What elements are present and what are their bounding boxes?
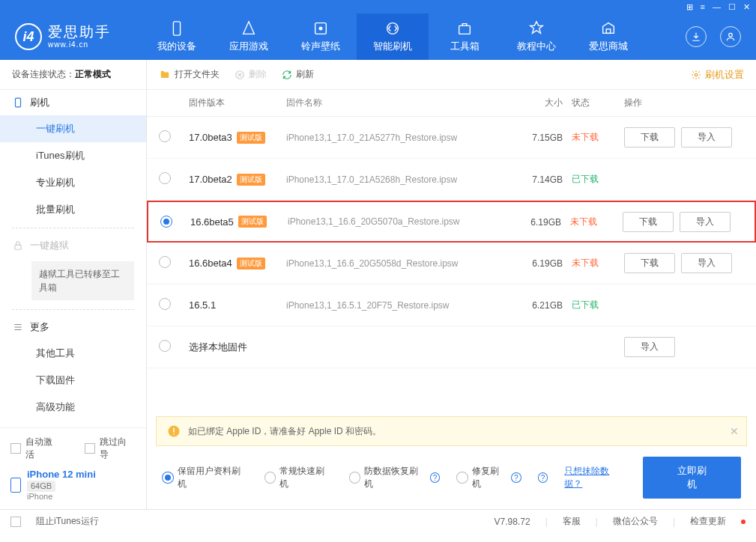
download-icon[interactable] [686,26,707,47]
footer-check-update[interactable]: 检查更新 [690,515,726,528]
titlebar-maximize[interactable]: ☐ [728,2,736,12]
nav-item-1[interactable]: 应用游戏 [213,13,285,60]
sidebar: 设备连接状态：正常模式 刷机 一键刷机 iTunes刷机 专业刷机 批量刷机 一… [0,60,147,509]
import-button[interactable]: 导入 [680,212,731,232]
download-button[interactable]: 下载 [624,253,675,273]
warning-bar: 如已绑定 Apple ID，请准备好 Apple ID 和密码。 ✕ [156,416,747,446]
warning-close[interactable]: ✕ [730,425,739,437]
erase-only-link[interactable]: 只想抹除数据？ [564,465,626,490]
device-name: iPhone 12 mini [27,469,96,481]
help-icon[interactable]: ? [430,472,441,483]
sidebar-item-advanced[interactable]: 高级功能 [0,394,146,421]
option-radio[interactable] [264,472,276,484]
import-button[interactable]: 导入 [624,337,675,357]
beta-badge: 测试版 [237,258,265,270]
table-row-local[interactable]: 选择本地固件导入 [147,326,756,368]
firmware-name: iPhone13,1_16.6_20G5070a_Restore.ipsw [288,216,460,227]
device-status: 设备连接状态：正常模式 [0,60,146,90]
row-radio[interactable] [159,256,171,268]
option-radio[interactable] [162,472,174,484]
skip-guide-checkbox[interactable] [85,443,95,454]
open-folder-button[interactable]: 打开文件夹 [159,68,220,81]
sidebar-item-batch[interactable]: 批量刷机 [0,196,146,223]
flash-options: 保留用户资料刷机常规快速刷机防数据恢复刷机 ?修复刷机 ? ? 只想抹除数据？ … [147,446,756,509]
svg-rect-3 [459,25,471,34]
block-itunes-checkbox[interactable] [10,517,21,527]
nav-icon-5 [528,20,545,37]
titlebar-close[interactable]: ✕ [743,2,750,12]
flash-option-2[interactable]: 防数据恢复刷机 ? [349,465,441,490]
phone-icon [12,97,24,109]
svg-point-5 [729,33,733,37]
flash-settings-button[interactable]: 刷机设置 [691,68,744,82]
nav-icon-6 [600,20,617,37]
option-radio[interactable] [349,472,361,484]
nav-item-2[interactable]: 铃声壁纸 [285,13,357,60]
auto-activate-checkbox[interactable] [10,443,21,454]
firmware-version: 16.5.1 [189,299,216,311]
logo: i4 爱思助手 www.i4.cn [15,23,111,50]
table-row[interactable]: 16.6beta5测试版iPhone13,1_16.6_20G5070a_Res… [147,201,756,243]
titlebar-minimize[interactable]: — [713,2,721,11]
flash-now-button[interactable]: 立即刷机 [643,457,741,499]
row-radio[interactable] [159,298,171,310]
help-icon[interactable]: ? [511,472,521,483]
status-bar: 阻止iTunes运行 V7.98.72 | 客服 | 微信公众号 | 检查更新 [0,509,756,533]
firmware-size: 7.14GB [532,174,563,185]
brand-url: www.i4.cn [48,40,111,49]
table-row[interactable]: 17.0beta3测试版iPhone13,1_17.0_21A5277h_Res… [147,117,756,159]
sidebar-bottom: 自动激活 跳过向导 iPhone 12 mini 64GB iPhone [0,427,146,509]
list-icon [12,321,24,333]
app-version: V7.98.72 [495,517,530,527]
delete-button: 删除 [235,68,267,81]
titlebar-btn-2[interactable]: ≡ [701,2,705,11]
sidebar-header-more[interactable]: 更多 [0,314,146,340]
firmware-size: 7.15GB [532,133,563,143]
nav-item-0[interactable]: 我的设备 [141,13,213,60]
sidebar-item-pro[interactable]: 专业刷机 [0,169,146,196]
device-capacity: 64GB [27,481,55,492]
import-button[interactable]: 导入 [681,253,732,273]
row-radio[interactable] [159,130,171,142]
flash-option-0[interactable]: 保留用户资料刷机 [162,465,248,490]
help-icon[interactable]: ? [538,472,548,483]
firmware-status: 已下载 [572,174,599,184]
firmware-status: 未下载 [572,258,599,268]
titlebar-btn-1[interactable]: ⊞ [686,2,693,12]
nav-item-3[interactable]: 智能刷机 [357,13,429,60]
nav-item-5[interactable]: 教程中心 [501,13,572,60]
auto-activate-label: 自动激活 [25,436,61,461]
sidebar-header-flash[interactable]: 刷机 [0,90,146,115]
firmware-table: 17.0beta3测试版iPhone13,1_17.0_21A5277h_Res… [147,117,756,410]
download-button[interactable]: 下载 [624,127,675,147]
sidebar-item-download[interactable]: 下载固件 [0,367,146,394]
firmware-status: 未下载 [572,132,599,142]
download-button[interactable]: 下载 [623,212,674,232]
nav-item-6[interactable]: 爱思商城 [572,13,644,60]
option-radio[interactable] [456,472,468,484]
flash-option-3[interactable]: 修复刷机 ? [456,465,521,490]
footer-support[interactable]: 客服 [563,515,581,528]
sidebar-item-itunes[interactable]: iTunes刷机 [0,142,146,169]
table-row[interactable]: 16.5.1iPhone13,1_16.5.1_20F75_Restore.ip… [147,284,756,326]
nav-item-4[interactable]: 工具箱 [429,13,501,60]
device-icon [10,478,21,493]
firmware-name: iPhone13,1_17.0_21A5268h_Restore.ipsw [286,174,457,185]
footer-wechat[interactable]: 微信公众号 [613,515,658,528]
sidebar-item-other[interactable]: 其他工具 [0,340,146,367]
table-row[interactable]: 17.0beta2测试版iPhone13,1_17.0_21A5268h_Res… [147,159,756,201]
user-icon[interactable] [720,26,741,47]
flash-option-1[interactable]: 常规快速刷机 [264,465,333,490]
row-radio[interactable] [160,216,172,228]
svg-rect-6 [16,98,21,107]
device-card[interactable]: iPhone 12 mini 64GB iPhone [10,464,136,502]
table-header: 固件版本 固件名称 大小 状态 操作 [147,90,756,117]
row-radio[interactable] [159,340,171,352]
row-radio[interactable] [159,172,171,184]
refresh-button[interactable]: 刷新 [282,68,314,81]
firmware-version: 17.0beta3 [189,132,232,143]
table-row[interactable]: 16.6beta4测试版iPhone13,1_16.6_20G5058d_Res… [147,243,756,284]
firmware-version: 16.6beta5 [190,216,234,228]
import-button[interactable]: 导入 [681,127,732,147]
sidebar-item-oneclick[interactable]: 一键刷机 [0,115,146,142]
